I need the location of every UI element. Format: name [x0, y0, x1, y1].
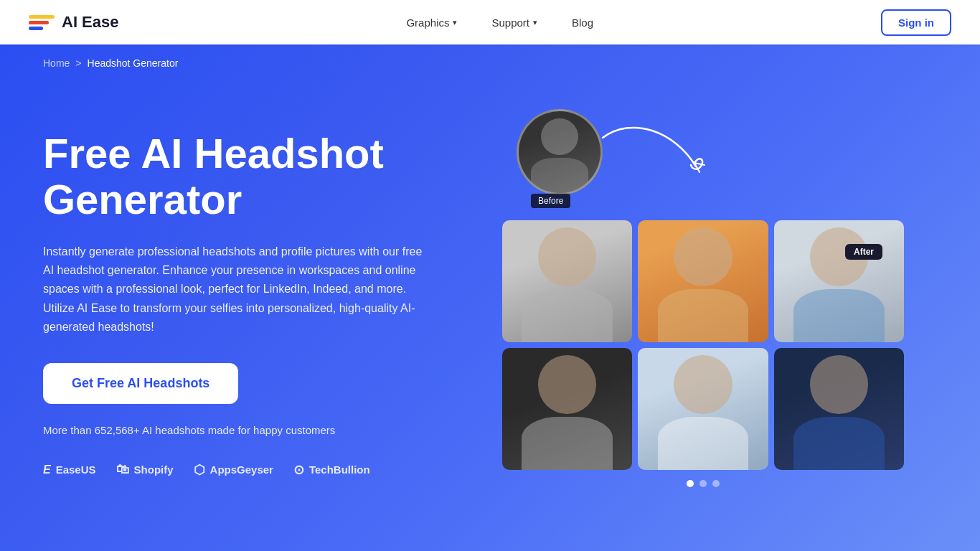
svg-rect-0 — [29, 15, 55, 19]
blog-nav-link[interactable]: Blog — [572, 17, 593, 29]
techbullion-icon: ⊙ — [293, 462, 304, 478]
headshot-4-silhouette — [502, 348, 632, 470]
graphics-chevron-icon: ▾ — [453, 18, 457, 27]
breadcrumb-home[interactable]: Home — [43, 57, 70, 69]
headshot-image-1 — [502, 220, 632, 342]
breadcrumb-current: Headshot Generator — [88, 57, 179, 69]
headshot-image-3 — [774, 220, 904, 342]
before-label: Before — [531, 194, 570, 208]
hero-stats: More than 652,568+ AI headshots made for… — [43, 424, 502, 436]
headshot-1-silhouette — [502, 220, 632, 342]
headshot-image-5 — [638, 348, 768, 470]
brand-shopify: 🛍 Shopify — [116, 462, 174, 477]
graphics-label: Graphics — [406, 17, 449, 29]
navbar: AI Ease Graphics ▾ Support ▾ Blog Sign i… — [0, 0, 980, 44]
svg-rect-2 — [29, 27, 43, 30]
appsgeyser-icon: ⬡ — [194, 462, 205, 478]
carousel-dot-2[interactable] — [699, 480, 707, 487]
support-nav-link[interactable]: Support ▾ — [491, 17, 537, 29]
hero-section: Home > Headshot Generator Free AI Headsh… — [0, 44, 980, 551]
nav-links: Graphics ▾ Support ▾ Blog — [406, 17, 593, 29]
headshot-image-4 — [502, 348, 632, 470]
support-chevron-icon: ▾ — [533, 18, 537, 27]
signin-button[interactable]: Sign in — [881, 9, 951, 36]
easeus-icon: E — [43, 463, 51, 476]
carousel-dot-3[interactable] — [712, 480, 720, 487]
headshot-image-2 — [638, 220, 768, 342]
support-label: Support — [491, 17, 529, 29]
carousel-dot-1[interactable] — [687, 480, 694, 487]
svg-rect-1 — [29, 21, 49, 24]
transform-arrow-icon — [588, 116, 717, 202]
blog-label: Blog — [572, 17, 593, 29]
brand-logos: E EaseUS 🛍 Shopify ⬡ AppsGeyser ⊙ TechBu… — [43, 462, 502, 478]
silhouette-body — [531, 158, 588, 193]
brand-easeus: E EaseUS — [43, 463, 96, 476]
brand-techbullion: ⊙ TechBullion — [293, 462, 370, 478]
logo[interactable]: AI Ease — [29, 12, 119, 32]
hero-title: Free AI Headshot Generator — [43, 131, 502, 222]
hero-left-content: Free AI Headshot Generator Instantly gen… — [43, 73, 502, 478]
headshot-6-silhouette — [774, 348, 904, 470]
logo-icon — [29, 12, 55, 32]
after-label: After — [845, 244, 882, 260]
shopify-icon: 🛍 — [116, 462, 129, 477]
headshot-grid — [502, 220, 904, 470]
brand-appsgeyser: ⬡ AppsGeyser — [194, 462, 273, 478]
carousel-dots — [502, 480, 904, 487]
headshot-image-6 — [774, 348, 904, 470]
breadcrumb-separator: > — [75, 57, 81, 69]
cta-button[interactable]: Get Free AI Headshots — [43, 363, 238, 404]
hero-right-visuals: Before After — [502, 73, 904, 487]
headshot-5-silhouette — [638, 348, 768, 470]
brand-name: AI Ease — [62, 13, 119, 32]
graphics-nav-link[interactable]: Graphics ▾ — [406, 17, 457, 29]
silhouette-head — [541, 118, 578, 155]
hero-description: Instantly generate professional headshot… — [43, 242, 430, 337]
headshot-2-silhouette — [638, 220, 768, 342]
headshot-3-silhouette — [774, 220, 904, 342]
